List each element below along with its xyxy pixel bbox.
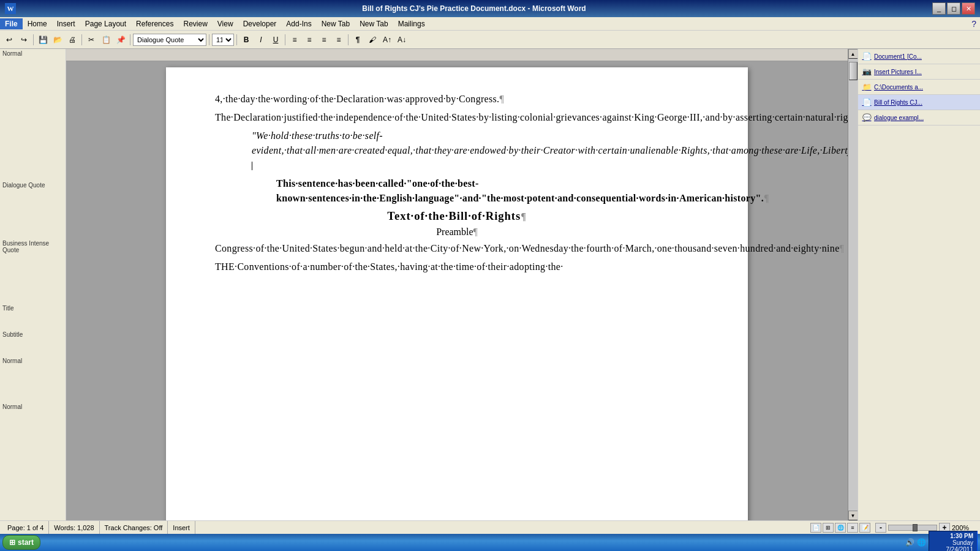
close-button[interactable]: ✕: [962, 2, 975, 15]
zoom-track[interactable]: [888, 525, 937, 531]
paste-button[interactable]: 📌: [114, 33, 127, 47]
scroll-down-arrow[interactable]: ▼: [848, 511, 858, 520]
menu-home[interactable]: Home: [23, 18, 52, 29]
taskbar: ⊞ start 🔊 🌐 1:30 PM Sunday 7/24/2011: [0, 534, 980, 551]
right-panel: 📄 Document1 [Co... 📷 Insert Pictures I..…: [858, 49, 980, 520]
font-size-select[interactable]: 8910111214: [212, 34, 234, 46]
view-draft-button[interactable]: 📝: [859, 523, 870, 533]
view-outline-button[interactable]: ≡: [847, 523, 858, 533]
menu-add-ins[interactable]: Add-Ins: [281, 18, 316, 29]
right-item-2[interactable]: 📷 Insert Pictures I...: [858, 64, 980, 80]
style-label-normal-3: Normal: [0, 402, 66, 411]
clock-date: 7/24/2011: [946, 546, 974, 552]
start-button[interactable]: ⊞ start: [2, 535, 40, 550]
menu-review[interactable]: Review: [178, 18, 212, 29]
italic-button[interactable]: I: [254, 33, 268, 47]
menu-developer[interactable]: Developer: [238, 18, 282, 29]
zoom-thumb[interactable]: [913, 524, 918, 531]
format-painter-button[interactable]: 🖌: [366, 33, 379, 47]
menu-new-tab-1[interactable]: New Tab: [317, 18, 355, 29]
toolbar-sep-3: [130, 34, 130, 45]
undo-button[interactable]: ↩: [2, 33, 16, 47]
paragraph-6-subtitle: Preamble¶: [215, 227, 699, 238]
increase-font-button[interactable]: A↑: [380, 33, 394, 47]
text-cursor: [252, 162, 252, 170]
copy-button[interactable]: 📋: [99, 33, 113, 47]
menu-references[interactable]: References: [131, 18, 178, 29]
style-label-subtitle: Subtitle: [0, 330, 66, 339]
word-icon: W: [5, 3, 16, 14]
view-full-screen-button[interactable]: ⊞: [823, 523, 834, 533]
align-center-button[interactable]: ≡: [303, 33, 316, 47]
view-print-button[interactable]: 📄: [810, 523, 821, 533]
document-icon-1: 📄: [862, 51, 872, 61]
doc-area[interactable]: 4,·the·day·the·wording·of·the·Declaratio…: [66, 61, 848, 520]
doc-scroll-wrap: 4,·the·day·the·wording·of·the·Declaratio…: [66, 49, 858, 520]
right-item-5[interactable]: 💬 dialogue exampl...: [858, 110, 980, 126]
paragraph-4: This·sentence·has·been·called·"one·of·th…: [276, 176, 662, 206]
title-text: Bill of Rights CJ's Pie Practice Documen…: [16, 4, 932, 13]
style-label-normal-2: Normal: [0, 356, 66, 365]
bold-button[interactable]: B: [239, 33, 253, 47]
menu-file[interactable]: File: [0, 18, 23, 29]
redo-button[interactable]: ↪: [17, 33, 31, 47]
scroll-track[interactable]: [848, 59, 858, 511]
open-button[interactable]: 📂: [51, 33, 64, 47]
picture-icon: 📷: [862, 67, 872, 77]
status-track-changes[interactable]: Track Changes: Off: [100, 521, 168, 534]
system-tray: 🔊 🌐 1:30 PM Sunday 7/24/2011: [905, 531, 978, 552]
restore-button[interactable]: ◻: [947, 2, 960, 15]
underline-button[interactable]: U: [269, 33, 282, 47]
window-controls: _ ◻ ✕: [932, 2, 975, 15]
tray-icon-1: 🔊: [905, 538, 914, 547]
right-item-label-3: C:\Documents a...: [874, 84, 923, 91]
toolbar-sep-1: [33, 34, 34, 45]
paragraph-2: The·Declaration·justified·the·independen…: [215, 110, 699, 125]
document-icon-2: 📄: [862, 97, 872, 107]
justify-button[interactable]: ≡: [332, 33, 345, 47]
zoom-out-button[interactable]: -: [875, 523, 886, 533]
menu-insert[interactable]: Insert: [52, 18, 80, 29]
scroll-thumb[interactable]: [849, 62, 858, 80]
right-item-label-5: dialogue exampl...: [874, 114, 924, 121]
right-item-label-4: Bill of Rights CJ...: [874, 99, 922, 106]
style-label-dialogue-quote: Dialogue Quote: [0, 181, 66, 190]
style-select[interactable]: Normal Dialogue Quote Business Intense Q…: [133, 34, 206, 46]
show-formatting-button[interactable]: ¶: [351, 33, 364, 47]
folder-icon: 📁: [862, 82, 872, 92]
menu-mailings[interactable]: Mailings: [393, 18, 430, 29]
right-item-label-2: Insert Pictures I...: [874, 69, 922, 75]
start-label: start: [18, 538, 34, 547]
right-item-4[interactable]: 📄 Bill of Rights CJ...: [858, 95, 980, 110]
windows-logo: ⊞: [9, 538, 15, 547]
align-right-button[interactable]: ≡: [317, 33, 331, 47]
right-item-3[interactable]: 📁 C:\Documents a...: [858, 80, 980, 95]
minimize-button[interactable]: _: [932, 2, 946, 15]
paragraph-3: "We·hold·these·truths·to·be·self-evident…: [252, 129, 674, 173]
status-page: Page: 1 of 4: [2, 521, 49, 534]
right-item-1[interactable]: 📄 Document1 [Co...: [858, 49, 980, 64]
scroll-up-arrow[interactable]: ▲: [848, 49, 858, 59]
view-web-button[interactable]: 🌐: [835, 523, 846, 533]
doc-page: 4,·the·day·the·wording·of·the·Declaratio…: [166, 67, 748, 520]
paragraph-5-title: Text·of·the·Bill·of·Rights¶: [215, 209, 699, 223]
toolbar-sep-6: [285, 34, 285, 45]
tray-icon-2: 🌐: [917, 538, 926, 547]
print-button[interactable]: 🖨: [66, 33, 79, 47]
menu-new-tab-2[interactable]: New Tab: [355, 18, 393, 29]
decrease-font-button[interactable]: A↓: [395, 33, 409, 47]
toolbar-sep-2: [81, 34, 82, 45]
align-left-button[interactable]: ≡: [288, 33, 301, 47]
style-labels: Normal Dialogue Quote Business Intense Q…: [0, 49, 66, 411]
status-insert[interactable]: Insert: [168, 521, 195, 534]
save-button[interactable]: 💾: [36, 33, 50, 47]
cut-button[interactable]: ✂: [85, 33, 98, 47]
menu-page-layout[interactable]: Page Layout: [80, 18, 131, 29]
status-view-icons: 📄 ⊞ 🌐 ≡ 📝: [810, 523, 870, 533]
ruler: [66, 49, 848, 61]
menu-view[interactable]: View: [213, 18, 238, 29]
help-icon[interactable]: ?: [968, 19, 980, 29]
toolbar-sep-7: [348, 34, 349, 45]
vertical-scrollbar[interactable]: ▲ ▼: [848, 49, 858, 520]
menu-bar: File Home Insert Page Layout References …: [0, 17, 980, 31]
